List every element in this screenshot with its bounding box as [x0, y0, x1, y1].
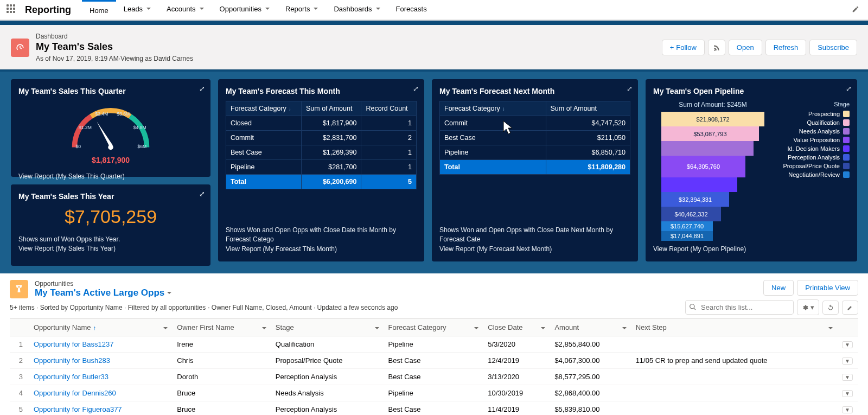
svg-text:$1.2M: $1.2M [79, 125, 92, 130]
expand-icon[interactable]: ⤢ [199, 190, 205, 198]
row-index: 4 [10, 385, 28, 401]
view-report-link[interactable]: View Report (My Sales This Quarter) [18, 173, 125, 180]
refresh-button[interactable]: Refresh [765, 40, 807, 55]
cell-close-date: 5/3/2020 [482, 336, 549, 353]
col-header[interactable]: Amount [549, 319, 630, 336]
search-input[interactable] [685, 300, 794, 315]
cell-forecast-category: Pipeline [383, 336, 483, 353]
follow-button[interactable]: +Follow [662, 40, 705, 55]
feed-icon-button[interactable] [708, 40, 725, 55]
opportunity-link[interactable]: Opportunity for Bass1237 [34, 340, 113, 348]
row-menu-button[interactable]: ▼ [842, 357, 853, 365]
chevron-down-icon[interactable] [622, 324, 627, 333]
col-header[interactable]: Forecast Category [383, 319, 483, 336]
cell: $2,831,700 [301, 131, 361, 145]
nav-tab-home[interactable]: Home [82, 0, 116, 20]
app-launcher-icon[interactable] [7, 4, 17, 15]
nav-tab-dashboards[interactable]: Dashboards [326, 0, 388, 20]
funnel-segment[interactable]: $53,087,793 [661, 126, 759, 141]
legend-item[interactable]: Needs Analysis [777, 128, 850, 135]
col-header[interactable]: Owner First Name [171, 319, 270, 336]
nav-tab-reports[interactable]: Reports [278, 0, 327, 20]
col-index [10, 319, 28, 336]
cell-amount: $2,868,400.00 [549, 385, 630, 401]
cell: Best Case [440, 131, 546, 145]
cell-amount: $5,839,810.00 [549, 401, 630, 416]
cell-owner: Chris [171, 353, 270, 369]
row-menu-button[interactable]: ▼ [842, 374, 853, 381]
nav-tab-forecasts[interactable]: Forecasts [388, 0, 435, 20]
object-label: Opportunities [35, 280, 172, 288]
row-menu-button[interactable]: ▼ [842, 341, 853, 348]
funnel-segment[interactable]: $32,394,331 [661, 192, 729, 207]
funnel-segment[interactable]: $15,627,740 [661, 221, 713, 231]
page-meta: As of Nov 17, 2019, 8:19 AM·Viewing as D… [36, 55, 193, 62]
legend-item[interactable]: Prospecting [777, 111, 850, 117]
forecast-table: Forecast Category↓Sum of AmountRecord Co… [226, 101, 417, 189]
funnel-segment[interactable]: $21,908,172 [661, 112, 764, 126]
legend-item[interactable]: Id. Decision Makers [777, 145, 850, 152]
col-header[interactable]: Forecast Category↓ [440, 101, 546, 116]
expand-icon[interactable]: ⤢ [627, 85, 633, 93]
legend-item[interactable]: Negotiation/Review [777, 171, 850, 178]
funnel-segment[interactable] [661, 141, 754, 156]
svg-text:$2.4M: $2.4M [95, 111, 108, 117]
view-report-link[interactable]: View Report (My Forecast Next Month) [439, 245, 552, 253]
col-header[interactable]: Record Count [361, 101, 417, 116]
legend-item[interactable]: Perception Analysis [777, 154, 850, 161]
expand-icon[interactable]: ⤢ [413, 85, 419, 93]
edit-page-icon[interactable] [852, 5, 859, 15]
refresh-list-button[interactable] [822, 301, 839, 315]
chevron-down-icon[interactable] [374, 324, 380, 333]
expand-icon[interactable]: ⤢ [199, 85, 205, 93]
opportunity-link[interactable]: Opportunity for Figueroa377 [34, 405, 122, 413]
chevron-down-icon[interactable] [163, 324, 168, 333]
widget-caption: Shows Won and Open Opps with Close Date … [226, 226, 396, 243]
opportunity-link[interactable]: Opportunity for Dennis260 [34, 389, 116, 397]
nav-tab-leads[interactable]: Leads [116, 0, 159, 20]
funnel-segment[interactable] [661, 177, 737, 192]
new-button[interactable]: New [763, 280, 794, 296]
printable-view-button[interactable]: Printable View [797, 280, 858, 296]
col-header[interactable]: Stage [270, 319, 383, 336]
col-header[interactable]: Close Date [482, 319, 549, 336]
funnel-segment[interactable]: $40,462,332 [661, 207, 721, 221]
expand-icon[interactable]: ⤢ [846, 85, 852, 93]
cell-forecast-category: Best Case [383, 353, 483, 369]
col-header[interactable]: Opportunity Name↑ [28, 319, 171, 336]
nav-tab-opportunities[interactable]: Opportunities [212, 0, 278, 20]
open-button[interactable]: Open [729, 40, 762, 55]
edit-list-button[interactable] [842, 301, 858, 315]
svg-text:$3.6M: $3.6M [117, 111, 130, 117]
row-menu-button[interactable]: ▼ [842, 406, 853, 413]
opportunity-link[interactable]: Opportunity for Bush283 [34, 356, 110, 365]
list-view-title[interactable]: My Team's Active Large Opps [35, 288, 172, 298]
cell: Pipeline [226, 160, 302, 175]
view-report-link[interactable]: View Report (My Forecast This Month) [226, 245, 337, 253]
widget-title: My Team's Forecast This Month [226, 87, 417, 95]
cell: $4,747,520 [546, 116, 630, 131]
col-header[interactable]: Sum of Amount [301, 101, 361, 116]
chevron-down-icon[interactable] [540, 324, 546, 333]
legend-item[interactable]: Proposal/Price Quote [777, 163, 850, 169]
opportunity-icon [10, 280, 28, 298]
chevron-down-icon[interactable] [261, 324, 267, 333]
list-settings-button[interactable]: ▾ [797, 299, 819, 315]
view-report-link[interactable]: View Report (My Open Pipeline) [653, 245, 746, 253]
row-menu-button[interactable]: ▼ [842, 390, 853, 397]
funnel-segment[interactable]: $17,044,891 [661, 231, 713, 241]
cell-amount: $2,855,840.00 [549, 336, 630, 353]
chevron-down-icon[interactable] [828, 324, 833, 333]
col-header[interactable]: Next Step [630, 319, 837, 336]
view-report-link[interactable]: View Report (My Sales This Year) [18, 245, 116, 252]
funnel-segment[interactable]: $64,305,760 [661, 156, 745, 177]
legend-item[interactable]: Qualification [777, 119, 850, 126]
legend-item[interactable]: Value Proposition [777, 137, 850, 143]
col-header[interactable]: Forecast Category↓ [226, 101, 302, 116]
nav-tab-accounts[interactable]: Accounts [159, 0, 212, 20]
chevron-down-icon[interactable] [474, 324, 479, 333]
widget-forecast-next-month: ⤢ My Team's Forecast Next Month Forecast… [432, 79, 638, 261]
col-header[interactable]: Sum of Amount [546, 101, 630, 116]
opportunity-link[interactable]: Opportunity for Butler33 [34, 373, 108, 381]
subscribe-button[interactable]: Subscribe [809, 40, 857, 55]
